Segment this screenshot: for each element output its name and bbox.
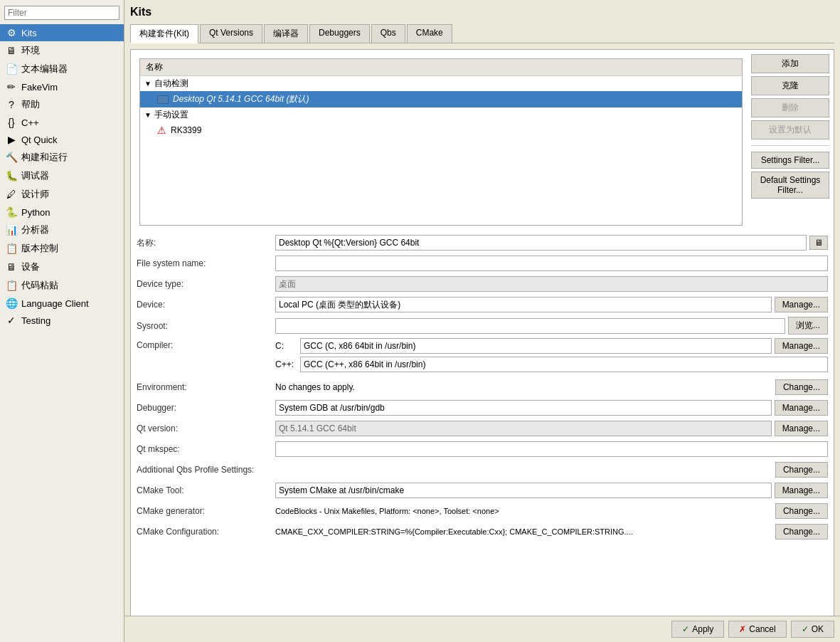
name-icon-button[interactable]: 🖥 bbox=[809, 236, 828, 250]
sysroot-row: Sysroot: 浏览... bbox=[137, 317, 828, 335]
sidebar-icon-help: ? bbox=[6, 99, 17, 110]
apply-button[interactable]: ✓ Apply bbox=[671, 621, 724, 638]
cancel-x-icon: ✗ bbox=[739, 624, 746, 634]
cmake-generator-value-area: CodeBlocks - Unix Makefiles, Platform: <… bbox=[275, 503, 828, 519]
ok-button[interactable]: ✓ OK bbox=[791, 621, 834, 638]
kit-list: 名称 ▼ 自动检测 Desktop Qt 5.14.1 GCC 64bit (默… bbox=[139, 58, 743, 226]
sidebar-icon-cpp: {} bbox=[6, 117, 17, 128]
sidebar-item-analyzer[interactable]: 📊分析器 bbox=[0, 221, 124, 239]
compiler-c-label: C: bbox=[275, 341, 300, 351]
environment-row: Environment: No changes to apply. Change… bbox=[137, 379, 828, 396]
compiler-manage-button[interactable]: Manage... bbox=[775, 338, 828, 354]
kit-item-desktop-qt[interactable]: Desktop Qt 5.14.1 GCC 64bit (默认) bbox=[140, 91, 742, 107]
default-settings-filter-button[interactable]: Default Settings Filter... bbox=[751, 172, 829, 199]
environment-value: No changes to apply. bbox=[275, 382, 772, 392]
sysroot-input[interactable] bbox=[275, 318, 785, 334]
additional-qbs-value-area: Change... bbox=[275, 462, 828, 478]
settings-filter-button[interactable]: Settings Filter... bbox=[751, 152, 829, 169]
debugger-manage-button[interactable]: Manage... bbox=[775, 400, 828, 416]
sidebar-item-version-control[interactable]: 📋版本控制 bbox=[0, 239, 124, 258]
sidebar-item-language-client[interactable]: 🌐Language Client bbox=[0, 295, 124, 312]
sidebar-label-environment: 环境 bbox=[21, 44, 40, 57]
sidebar: ⚙Kits🖥环境📄文本编辑器✏FakeVim?帮助{}C++▶Qt Quick🔨… bbox=[0, 0, 124, 642]
cmake-tool-manage-button[interactable]: Manage... bbox=[775, 483, 828, 498]
sidebar-label-build-run: 构建和运行 bbox=[21, 151, 68, 164]
sidebar-item-cpp[interactable]: {}C++ bbox=[0, 114, 124, 131]
kit-item-rk3399[interactable]: ⚠RK3399 bbox=[140, 122, 742, 138]
sidebar-item-help[interactable]: ?帮助 bbox=[0, 95, 124, 114]
compiler-cpp-select[interactable]: GCC (C++, x86 64bit in /usr/bin) bbox=[300, 357, 828, 372]
sidebar-item-debugger[interactable]: 🐛调试器 bbox=[0, 167, 124, 185]
device-select[interactable]: Local PC (桌面 类型的默认设备) bbox=[275, 297, 772, 312]
tab-compilers-tab[interactable]: 编译器 bbox=[264, 24, 308, 43]
manual-section-header[interactable]: ▼ 手动设置 bbox=[140, 107, 742, 122]
file-system-name-input[interactable] bbox=[275, 256, 828, 271]
sidebar-item-qt-quick[interactable]: ▶Qt Quick bbox=[0, 131, 124, 148]
clone-button[interactable]: 克隆 bbox=[751, 76, 829, 95]
compiler-c-select[interactable]: GCC (C, x86 64bit in /usr/bin) bbox=[300, 338, 772, 354]
kits-panel: 名称 ▼ 自动检测 Desktop Qt 5.14.1 GCC 64bit (默… bbox=[130, 49, 834, 636]
device-type-select[interactable]: 桌面 bbox=[275, 276, 828, 292]
cmake-tool-row: CMake Tool: System CMake at /usr/bin/cma… bbox=[137, 482, 828, 499]
ok-check-icon: ✓ bbox=[802, 624, 809, 634]
sidebar-item-text-editor[interactable]: 📄文本编辑器 bbox=[0, 60, 124, 78]
add-button[interactable]: 添加 bbox=[751, 54, 829, 73]
tab-qt-versions-tab[interactable]: Qt Versions bbox=[200, 24, 262, 43]
qt-mkspec-input[interactable] bbox=[275, 441, 828, 457]
delete-button[interactable]: 删除 bbox=[751, 98, 829, 117]
sidebar-label-fakevim: FakeVim bbox=[21, 82, 58, 93]
sidebar-item-python[interactable]: 🐍Python bbox=[0, 204, 124, 221]
cancel-button[interactable]: ✗ Cancel bbox=[728, 621, 786, 638]
environment-value-area: No changes to apply. Change... bbox=[275, 379, 828, 395]
sidebar-label-python: Python bbox=[21, 207, 50, 218]
device-manage-button[interactable]: Manage... bbox=[775, 297, 828, 312]
sidebar-icon-build-run: 🔨 bbox=[6, 152, 17, 163]
tab-debuggers-tab[interactable]: Debuggers bbox=[309, 24, 370, 43]
kit-label-rk3399: RK3399 bbox=[171, 125, 201, 135]
cmake-generator-value: CodeBlocks - Unix Makefiles, Platform: <… bbox=[275, 507, 772, 515]
additional-qbs-change-button[interactable]: Change... bbox=[775, 462, 828, 478]
qt-version-select[interactable]: Qt 5.14.1 GCC 64bit bbox=[275, 421, 772, 436]
sidebar-label-text-editor: 文本编辑器 bbox=[21, 63, 68, 75]
debugger-select[interactable]: System GDB at /usr/bin/gdb bbox=[275, 400, 772, 416]
qt-version-label: Qt version: bbox=[137, 423, 275, 433]
apply-check-icon: ✓ bbox=[682, 624, 689, 634]
sidebar-item-fakevim[interactable]: ✏FakeVim bbox=[0, 78, 124, 95]
auto-section-header[interactable]: ▼ 自动检测 bbox=[140, 76, 742, 91]
tab-qbs-tab[interactable]: Qbs bbox=[371, 24, 405, 43]
compiler-cpp-row: C++: GCC (C++, x86 64bit in /usr/bin) bbox=[275, 357, 828, 372]
tab-cmake-tab[interactable]: CMake bbox=[407, 24, 452, 43]
main-content: Kits 构建套件(Kit)Qt Versions编译器DebuggersQbs… bbox=[124, 0, 840, 642]
sidebar-item-devices[interactable]: 🖥设备 bbox=[0, 258, 124, 276]
kit-label-desktop-qt: Desktop Qt 5.14.1 GCC 64bit (默认) bbox=[173, 93, 309, 105]
cmake-generator-change-button[interactable]: Change... bbox=[775, 503, 828, 519]
cmake-tool-select[interactable]: System CMake at /usr/bin/cmake bbox=[275, 483, 772, 498]
error-icon-rk3399: ⚠ bbox=[157, 125, 166, 136]
sidebar-label-debugger: 调试器 bbox=[21, 169, 49, 182]
sidebar-icon-designer: 🖊 bbox=[6, 189, 17, 200]
sysroot-value-area: 浏览... bbox=[275, 317, 828, 335]
sidebar-icon-devices: 🖥 bbox=[6, 261, 17, 273]
set-default-button[interactable]: 设置为默认 bbox=[751, 120, 829, 140]
auto-section-label: 自动检测 bbox=[154, 78, 188, 90]
sidebar-item-designer[interactable]: 🖊设计师 bbox=[0, 185, 124, 204]
device-type-row: Device type: 桌面 bbox=[137, 275, 828, 293]
sysroot-browse-button[interactable]: 浏览... bbox=[788, 317, 828, 335]
device-type-value: 桌面 bbox=[275, 276, 828, 292]
qt-version-manage-button[interactable]: Manage... bbox=[775, 421, 828, 436]
tab-kits-tab[interactable]: 构建套件(Kit) bbox=[130, 24, 198, 43]
sidebar-item-build-run[interactable]: 🔨构建和运行 bbox=[0, 148, 124, 167]
sidebar-item-testing[interactable]: ✓Testing bbox=[0, 312, 124, 329]
sidebar-item-environment[interactable]: 🖥环境 bbox=[0, 41, 124, 60]
cmake-config-label: CMake Configuration: bbox=[137, 527, 275, 537]
cmake-config-row: CMake Configuration: CMAKE_CXX_COMPILER:… bbox=[137, 523, 828, 540]
environment-change-button[interactable]: Change... bbox=[775, 379, 828, 395]
filter-input[interactable] bbox=[4, 6, 119, 20]
compiler-row: Compiler: C: GCC (C, x86 64bit in /usr/b… bbox=[137, 338, 828, 375]
sidebar-item-kits[interactable]: ⚙Kits bbox=[0, 24, 124, 41]
bottom-bar: ✓ Apply ✗ Cancel ✓ OK bbox=[124, 616, 840, 642]
sidebar-item-code-paste[interactable]: 📋代码粘贴 bbox=[0, 276, 124, 295]
cmake-config-change-button[interactable]: Change... bbox=[775, 524, 828, 540]
name-input[interactable] bbox=[275, 235, 807, 251]
debugger-value-area: System GDB at /usr/bin/gdb Manage... bbox=[275, 400, 828, 416]
